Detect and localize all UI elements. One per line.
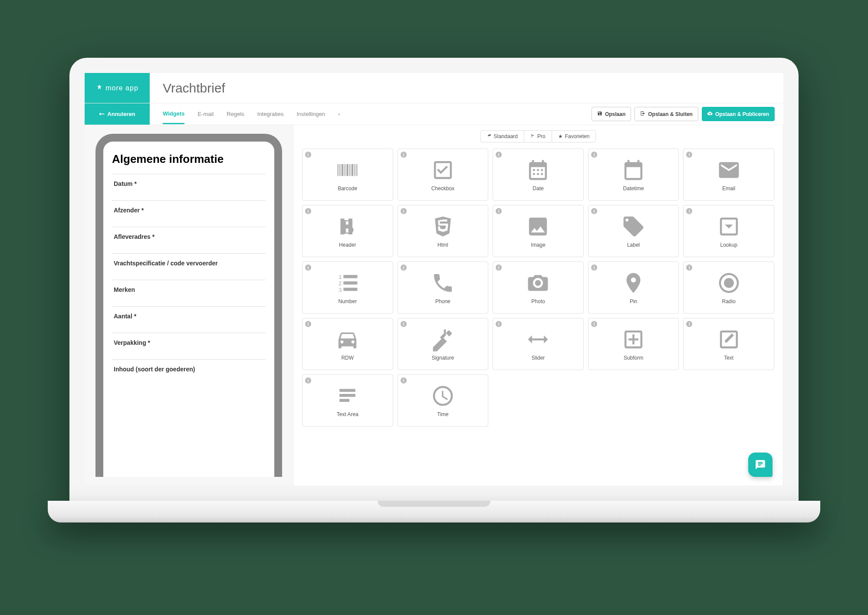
widget-photo[interactable]: iPhoto — [493, 261, 584, 314]
widget-textarea[interactable]: iText Area — [302, 374, 393, 427]
widget-label: Photo — [531, 298, 545, 304]
tab-rules[interactable]: Regels — [227, 105, 244, 123]
info-icon[interactable]: i — [305, 321, 311, 327]
widget-label: Checkbox — [431, 185, 454, 192]
save-button[interactable]: Opslaan — [592, 107, 631, 121]
form-field[interactable]: Verpakking * — [112, 333, 266, 359]
widget-barcode[interactable]: iBarcode — [302, 149, 393, 201]
widget-label: Lookup — [720, 242, 737, 248]
info-icon[interactable]: i — [686, 321, 692, 327]
info-icon[interactable]: i — [305, 208, 311, 214]
tab-collapse-icon[interactable]: ‹ — [338, 105, 340, 123]
html-icon — [431, 215, 455, 238]
widget-label[interactable]: iLabel — [588, 205, 679, 257]
info-icon[interactable]: i — [496, 265, 502, 271]
form-field[interactable]: Merken — [112, 280, 266, 306]
widget-filter: Standaard Pro ★ Favorieten — [302, 130, 774, 142]
widget-time[interactable]: iTime — [398, 374, 489, 427]
widget-label: Datetime — [623, 185, 644, 192]
widget-image[interactable]: iImage — [493, 205, 584, 257]
info-icon[interactable]: i — [591, 265, 597, 271]
info-icon[interactable]: i — [401, 152, 407, 158]
tab-settings[interactable]: Instellingen — [296, 105, 325, 123]
info-icon[interactable]: i — [401, 377, 407, 384]
form-field[interactable]: Datum * — [112, 174, 266, 200]
form-field[interactable]: Aantal * — [112, 306, 266, 333]
text-icon — [717, 327, 741, 351]
filter-pro[interactable]: Pro — [524, 131, 552, 142]
info-icon[interactable]: i — [496, 321, 502, 327]
save-publish-button[interactable]: Opslaan & Publiceren — [702, 107, 775, 121]
info-icon[interactable]: i — [496, 152, 502, 158]
widget-label: Label — [627, 242, 640, 248]
info-icon[interactable]: i — [305, 377, 311, 384]
info-icon[interactable]: i — [305, 265, 311, 271]
widget-subform[interactable]: iSubform — [588, 318, 679, 370]
tab-email[interactable]: E-mail — [197, 105, 214, 123]
subform-icon — [621, 327, 645, 351]
form-field[interactable]: Inhoud (soort der goederen) — [112, 359, 266, 386]
widget-label: Time — [437, 411, 448, 417]
info-icon[interactable]: i — [686, 152, 692, 158]
filter-favorites[interactable]: ★ Favorieten — [552, 131, 596, 142]
phone-icon — [431, 271, 455, 295]
widget-signature[interactable]: iSignature — [398, 318, 489, 370]
form-preview: Algemene informatie Datum * Afzender * A… — [95, 134, 282, 477]
widget-phone[interactable]: iPhone — [398, 261, 489, 314]
textarea-icon — [335, 384, 359, 408]
chat-icon — [755, 459, 766, 470]
widget-label: Text Area — [337, 411, 358, 417]
widget-text[interactable]: iText — [683, 318, 774, 370]
info-icon[interactable]: i — [591, 321, 597, 327]
info-icon[interactable]: i — [591, 152, 597, 158]
widget-html[interactable]: iHtml — [398, 205, 489, 257]
email-icon — [717, 158, 741, 182]
widget-label: RDW — [341, 355, 354, 361]
widget-checkbox[interactable]: iCheckbox — [398, 149, 489, 201]
form-field[interactable]: Vrachtspecificatie / code vervoerder — [112, 253, 266, 280]
tab-integrations[interactable]: Integraties — [257, 105, 284, 123]
widget-label: Phone — [435, 298, 450, 304]
widget-pin[interactable]: iPin — [588, 261, 679, 314]
car-icon — [335, 327, 359, 351]
widget-label: Subform — [624, 355, 643, 361]
calendar-icon — [621, 158, 645, 182]
svg-rect-6 — [344, 288, 358, 291]
chat-button[interactable] — [748, 453, 773, 477]
widget-email[interactable]: iEmail — [683, 149, 774, 201]
filter-standard[interactable]: Standaard — [481, 131, 524, 142]
widget-label: Date — [533, 185, 543, 192]
arrow-left-icon: 🡐 — [99, 111, 105, 117]
widget-number[interactable]: i123Number — [302, 261, 393, 314]
form-field[interactable]: Afzender * — [112, 200, 266, 227]
header-icon: B — [335, 215, 359, 238]
widget-car[interactable]: iRDW — [302, 318, 393, 370]
form-field[interactable]: Afleveradres * — [112, 227, 266, 253]
widget-radio[interactable]: iRadio — [683, 261, 774, 314]
info-icon[interactable]: i — [591, 208, 597, 214]
info-icon[interactable]: i — [401, 208, 407, 214]
widget-lookup[interactable]: iLookup — [683, 205, 774, 257]
info-icon[interactable]: i — [401, 265, 407, 271]
widget-label: Pin — [630, 298, 637, 304]
info-icon[interactable]: i — [686, 265, 692, 271]
widget-slider[interactable]: iSlider — [493, 318, 584, 370]
radio-icon — [717, 271, 741, 295]
widget-calendar[interactable]: iDatetime — [588, 149, 679, 201]
info-icon[interactable]: i — [401, 321, 407, 327]
lookup-icon — [717, 215, 741, 238]
widget-header[interactable]: iBHeader — [302, 205, 393, 257]
svg-rect-4 — [344, 275, 358, 278]
info-icon[interactable]: i — [686, 208, 692, 214]
brand-logo[interactable]: more app — [85, 73, 150, 103]
widget-calendar-grid[interactable]: iDate — [493, 149, 584, 201]
number-icon: 123 — [335, 271, 359, 295]
cancel-button[interactable]: 🡐 Annuleren — [85, 103, 150, 125]
info-icon[interactable]: i — [496, 208, 502, 214]
widget-label: Email — [722, 185, 735, 192]
save-close-button[interactable]: Opslaan & Sluiten — [635, 107, 698, 121]
barcode-icon — [335, 158, 359, 182]
tab-widgets[interactable]: Widgets — [163, 104, 184, 124]
tab-bar: Widgets E-mail Regels Integraties Instel… — [150, 103, 340, 125]
info-icon[interactable]: i — [305, 152, 311, 158]
